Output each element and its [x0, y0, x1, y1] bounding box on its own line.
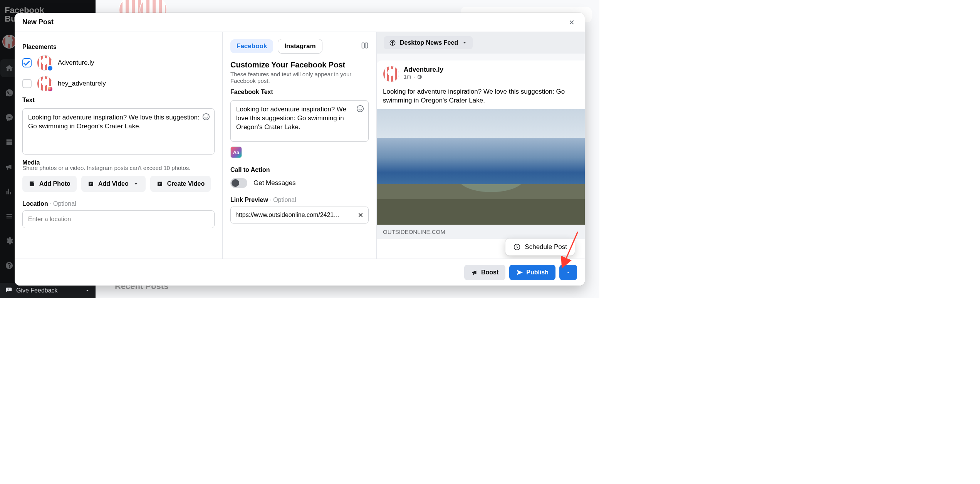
chevron-down-icon — [133, 180, 139, 187]
preview-surface-bar: Desktop News Feed — [377, 32, 585, 54]
placement-row-facebook[interactable]: Adventure.ly — [22, 55, 215, 71]
post-text-input[interactable]: Looking for adventure inspiration? We lo… — [22, 108, 215, 155]
page-avatar-instagram — [37, 76, 52, 91]
modal-footer: Boost Publish — [15, 259, 585, 286]
placement-checkbox-instagram[interactable] — [22, 79, 32, 88]
create-video-label: Create Video — [167, 180, 205, 187]
post-text-value: Looking for adventure inspiration? We lo… — [28, 114, 200, 130]
schedule-popover[interactable]: Schedule Post — [505, 239, 575, 255]
compose-panel: Placements Adventure.ly hey_adventurely … — [15, 32, 223, 286]
link-preview-input[interactable]: https://www.outsideonline.com/2421… — [230, 207, 369, 224]
photo-plus-icon — [29, 180, 35, 187]
preview-link-domain: OUTSIDEONLINE.COM — [377, 225, 585, 239]
modal-title: New Post — [22, 18, 54, 26]
svg-point-1 — [205, 116, 205, 116]
video-icon — [87, 180, 94, 187]
add-video-label: Add Video — [98, 180, 129, 187]
location-input[interactable] — [22, 210, 215, 228]
link-preview-optional: · Optional — [268, 197, 296, 203]
placement-checkbox-facebook[interactable] — [22, 58, 32, 67]
give-feedback-label: Give Feedback — [16, 287, 58, 294]
customize-sub: These features and text will only appear… — [230, 71, 369, 84]
location-label-row: Location · Optional — [22, 200, 215, 207]
cta-row: Get Messages — [230, 178, 369, 188]
facebook-circle-icon — [389, 39, 396, 46]
globe-icon — [417, 74, 422, 79]
svg-point-5 — [357, 106, 364, 112]
fb-text-input[interactable]: Looking for adventure inspiration? We lo… — [230, 100, 369, 142]
placement-row-instagram[interactable]: hey_adventurely — [22, 76, 215, 91]
create-video-button[interactable]: Create Video — [150, 176, 211, 192]
add-photo-label: Add Photo — [39, 180, 70, 187]
location-label: Location — [22, 200, 48, 207]
cta-label: Call to Action — [230, 166, 369, 173]
clear-link-icon[interactable] — [357, 212, 364, 218]
media-sublabel: Share photos or a video. Instagram posts… — [22, 165, 215, 171]
close-button[interactable] — [566, 17, 577, 28]
customize-heading: Customize Your Facebook Post — [230, 61, 369, 69]
preview-page-name: Adventure.ly — [404, 66, 443, 74]
svg-point-2 — [207, 116, 208, 116]
link-preview-label-row: Link Preview · Optional — [230, 197, 369, 203]
preview-time: 1m — [404, 74, 411, 80]
preview-meta: 1m· — [404, 74, 443, 80]
boost-button[interactable]: Boost — [464, 265, 505, 280]
tab-instagram[interactable]: Instagram — [278, 39, 322, 54]
svg-point-0 — [203, 114, 210, 120]
video-create-icon — [156, 180, 163, 187]
preview-link-image — [377, 109, 585, 225]
background-color-button[interactable]: Aa — [230, 146, 242, 158]
publish-more-button[interactable] — [559, 265, 577, 280]
svg-point-7 — [361, 108, 362, 108]
schedule-popover-label: Schedule Post — [525, 243, 567, 251]
x-icon — [569, 19, 575, 26]
fb-text-label: Facebook Text — [230, 89, 369, 96]
svg-point-6 — [359, 108, 359, 108]
fb-text-value: Looking for adventure inspiration? We lo… — [236, 106, 346, 131]
boost-label: Boost — [481, 269, 498, 276]
placement-name: Adventure.ly — [58, 59, 94, 67]
chevron-down-icon — [462, 40, 467, 45]
emoji-picker-icon[interactable] — [356, 104, 364, 113]
media-buttons: Add Photo Add Video Create Video — [22, 176, 215, 192]
emoji-picker-icon[interactable] — [202, 113, 210, 121]
preview-body-text: Looking for adventure inspiration? We lo… — [377, 87, 585, 109]
placement-name: hey_adventurely — [58, 80, 106, 87]
add-video-button[interactable]: Add Video — [81, 176, 146, 192]
publish-label: Publish — [526, 269, 549, 276]
placements-label: Placements — [22, 44, 215, 50]
link-preview-value: https://www.outsideonline.com/2421… — [235, 212, 340, 218]
chevron-down-icon — [566, 270, 571, 275]
page-avatar-facebook — [37, 55, 52, 71]
modal-header: New Post — [15, 13, 585, 32]
send-icon — [516, 269, 523, 276]
cta-option-label: Get Messages — [253, 179, 296, 187]
network-tabs: Facebook Instagram — [230, 39, 369, 54]
compare-icon[interactable] — [361, 42, 369, 51]
text-label: Text — [22, 97, 215, 104]
add-photo-button[interactable]: Add Photo — [22, 176, 77, 192]
preview-surface-select[interactable]: Desktop News Feed — [384, 36, 473, 49]
link-preview-label: Link Preview — [230, 197, 268, 203]
clock-icon — [513, 243, 521, 251]
new-post-modal: New Post Placements Adventure.ly hey_adv… — [15, 13, 585, 286]
preview-surface-label: Desktop News Feed — [400, 39, 458, 46]
publish-button[interactable]: Publish — [509, 265, 555, 280]
preview-avatar — [383, 66, 399, 82]
tab-facebook[interactable]: Facebook — [230, 39, 273, 53]
cta-toggle[interactable] — [230, 178, 247, 188]
location-optional: · Optional — [48, 200, 76, 207]
svg-rect-3 — [362, 43, 365, 48]
megaphone-icon — [471, 269, 478, 276]
customize-panel: Facebook Instagram Customize Your Facebo… — [223, 32, 377, 286]
svg-rect-4 — [365, 43, 368, 48]
